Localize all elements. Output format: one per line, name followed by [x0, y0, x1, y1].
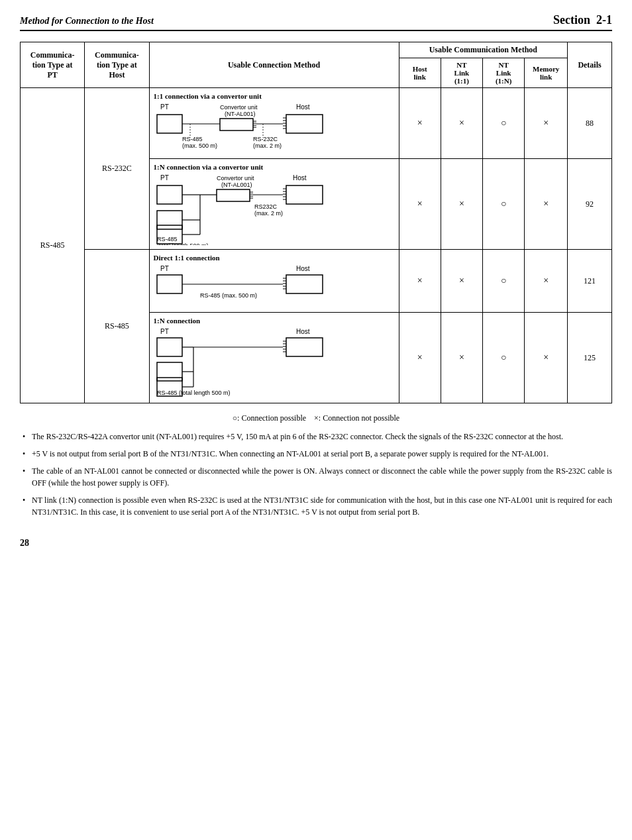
col-header-method: Usable Connection Method — [149, 42, 399, 88]
svg-text:PT: PT — [160, 103, 169, 111]
page-header: Method for Connection to the Host Sectio… — [20, 13, 612, 31]
col-header-usable-comm: Usable Communication Method — [399, 42, 568, 58]
svg-text:RS-485: RS-485 — [157, 236, 178, 242]
notes-section: ○: Connection possible ×: Connection not… — [20, 413, 612, 518]
cell-hostlink-1: × — [399, 88, 441, 159]
svg-text:Convertor unit: Convertor unit — [220, 104, 258, 111]
cell-details-3: 121 — [568, 250, 612, 313]
list-item: +5 V is not output from serial port B of… — [20, 448, 612, 460]
col-header-ntlink1n: NTLink(1:N) — [483, 58, 525, 88]
svg-text:Convertor unit: Convertor unit — [217, 175, 254, 182]
svg-text:(NT-AL001): (NT-AL001) — [225, 111, 256, 117]
svg-text:PT: PT — [160, 265, 169, 272]
cell-details-2: 92 — [568, 159, 612, 250]
svg-text:Host: Host — [293, 174, 307, 182]
bullet-list: The RS-232C/RS-422A convertor unit (NT-A… — [20, 431, 612, 518]
diagram-svg-3: PT Host RS-485 ( — [154, 263, 346, 308]
col-header-hostlink: Hostlink — [399, 58, 441, 88]
svg-text:PT: PT — [160, 328, 169, 335]
cell-comm-pt-rs485: RS-485 — [21, 88, 85, 403]
cell-ntlink11-2: × — [441, 159, 482, 250]
svg-text:RS-232C: RS-232C — [253, 136, 278, 142]
cell-comm-host-rs485: RS-485 — [85, 250, 149, 403]
svg-text:Host: Host — [296, 265, 310, 272]
diagram-svg-2: PT Convertor unit (NT-AL001) Host — [154, 172, 346, 245]
cell-ntlink11-4: × — [441, 313, 482, 403]
svg-rect-10 — [286, 115, 323, 133]
cell-details-1: 88 — [568, 88, 612, 159]
col-header-details: Details — [568, 42, 612, 88]
cell-ntlink11-1: × — [441, 88, 482, 159]
cell-ntlink1n-4: ○ — [483, 313, 525, 403]
cell-memlink-3: × — [525, 250, 568, 313]
svg-rect-54 — [157, 275, 182, 293]
svg-text:RS-485 (max. 500 m): RS-485 (max. 500 m) — [200, 292, 257, 299]
diagram-svg-4: PT Host — [154, 326, 346, 399]
diagram-2: 1:N connection via a convertor unit PT C… — [154, 162, 395, 246]
svg-rect-28 — [157, 185, 182, 204]
cell-ntlink1n-1: ○ — [483, 88, 525, 159]
svg-text:(NT-AL001): (NT-AL001) — [221, 182, 252, 188]
svg-rect-55 — [286, 275, 323, 293]
svg-rect-4 — [157, 115, 182, 133]
cell-hostlink-4: × — [399, 313, 441, 403]
svg-rect-66 — [157, 362, 182, 381]
svg-text:RS-485: RS-485 — [182, 136, 203, 142]
cell-method-1: 1:1 connection via a convertor unit PT C… — [149, 88, 399, 159]
main-table: Communica-tion Type atPT Communica-tion … — [20, 42, 612, 403]
svg-rect-29 — [157, 211, 182, 229]
col-header-comm-pt: Communica-tion Type atPT — [21, 42, 85, 88]
cell-comm-host-rs232c: RS-232C — [85, 88, 149, 250]
header-section: Section 2-1 — [553, 13, 612, 27]
svg-text:RS-485 (total length 500 m): RS-485 (total length 500 m) — [157, 390, 231, 396]
diagram-4: 1:N connection PT Host — [154, 315, 395, 400]
cell-memlink-1: × — [525, 88, 568, 159]
table-row: RS-485 RS-232C 1:1 connection via a conv… — [21, 88, 612, 159]
svg-text:(max. 2 m): (max. 2 m) — [253, 142, 282, 149]
cell-ntlink1n-2: ○ — [483, 159, 525, 250]
svg-rect-68 — [286, 338, 323, 356]
svg-text:(total length 500 m): (total length 500 m) — [157, 242, 209, 245]
col-header-memlink: Memorylink — [525, 58, 568, 88]
cell-memlink-4: × — [525, 313, 568, 403]
cell-method-2: 1:N connection via a convertor unit PT C… — [149, 159, 399, 250]
svg-text:Host: Host — [296, 103, 310, 111]
svg-text:RS232C: RS232C — [254, 203, 278, 210]
page-footer: 28 — [20, 538, 612, 549]
cell-ntlink11-3: × — [441, 250, 482, 313]
header-title: Method for Connection to the Host — [20, 16, 154, 26]
list-item: NT link (1:N) connection is possible eve… — [20, 494, 612, 518]
list-item: The RS-232C/RS-422A convertor unit (NT-A… — [20, 431, 612, 443]
col-header-ntlink11: NTLink(1:1) — [441, 58, 482, 88]
cell-ntlink1n-3: ○ — [483, 250, 525, 313]
col-header-comm-host: Communica-tion Type atHost — [85, 42, 149, 88]
legend-line: ○: Connection possible ×: Connection not… — [20, 413, 612, 424]
cell-method-3: Direct 1:1 connection PT Host — [149, 250, 399, 313]
svg-text:PT: PT — [160, 174, 169, 182]
cell-details-4: 125 — [568, 313, 612, 403]
diagram-3: Direct 1:1 connection PT Host — [154, 252, 395, 309]
svg-text:(max. 500 m): (max. 500 m) — [182, 142, 217, 149]
cell-hostlink-3: × — [399, 250, 441, 313]
svg-rect-5 — [220, 119, 253, 131]
list-item: The cable of an NT-AL001 cannot be conne… — [20, 465, 612, 489]
svg-rect-36 — [286, 185, 323, 204]
svg-text:(max. 2 m): (max. 2 m) — [254, 210, 283, 217]
diagram-1: 1:1 connection via a convertor unit PT C… — [154, 91, 395, 156]
diagram-svg-1: PT Convertor unit (NT-AL001) Host — [154, 101, 346, 154]
cell-hostlink-2: × — [399, 159, 441, 250]
table-row: RS-485 Direct 1:1 connection PT Host — [21, 250, 612, 313]
cell-method-4: 1:N connection PT Host — [149, 313, 399, 403]
svg-rect-65 — [157, 338, 182, 356]
svg-rect-31 — [217, 189, 250, 201]
svg-text:Host: Host — [296, 328, 310, 335]
cell-memlink-2: × — [525, 159, 568, 250]
